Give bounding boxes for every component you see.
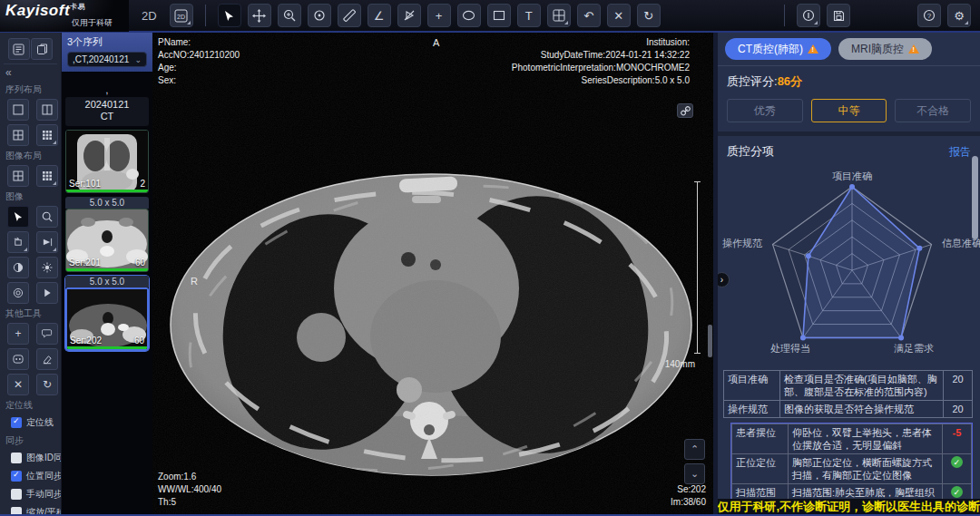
series-dropdown-value: ,CT,20240121 xyxy=(73,54,129,64)
table-row: 操作规范 图像的获取是否符合操作规范 20 xyxy=(724,401,973,418)
probe-tool-button[interactable] xyxy=(308,4,331,27)
delete-annotation-button[interactable]: ✕ xyxy=(607,4,631,27)
image-flip-button[interactable] xyxy=(36,231,58,253)
tools-reset-button[interactable]: ↻ xyxy=(36,374,58,395)
sync-image-id-checkbox[interactable] xyxy=(11,453,22,463)
qc-subsection-title: 质控分项 xyxy=(727,143,774,160)
cursor-icon xyxy=(223,10,235,22)
crosshair-tool-button[interactable]: + xyxy=(427,4,451,27)
help-button[interactable]: ? xyxy=(917,4,941,27)
image-play-button[interactable] xyxy=(36,282,58,304)
info-button[interactable] xyxy=(797,4,820,27)
image-rotate-button[interactable] xyxy=(7,231,29,253)
next-image-button[interactable]: ⌄ xyxy=(684,463,705,484)
series-count-label: 3个序列 xyxy=(67,35,147,49)
series-panel: 3个序列 ,CT,20240121 ⌄ , 20240121 CT xyxy=(62,33,152,514)
panel-expand-button[interactable]: › xyxy=(714,272,730,287)
section-label-image: 图像 xyxy=(4,188,57,205)
rectangle-tool-button[interactable] xyxy=(487,4,511,27)
brightness-icon xyxy=(42,262,53,273)
magnifier-icon xyxy=(42,211,53,222)
tab-mri-brain-qc[interactable]: MRI脑质控 xyxy=(838,38,932,60)
qc-grade-buttons: 优秀 中等 不合格 xyxy=(718,93,980,131)
mode-label: 2D xyxy=(142,9,157,23)
angle-tool-button[interactable]: ∠ xyxy=(368,4,391,27)
tools-eraser-button[interactable] xyxy=(36,348,58,370)
sync-zoom-pan-checkbox[interactable] xyxy=(11,507,22,514)
series-panel-header: 3个序列 ,CT,20240121 ⌄ xyxy=(62,33,152,72)
settings-button[interactable]: ⚙ xyxy=(947,4,971,27)
layout-2d-button[interactable]: 2D xyxy=(170,4,193,27)
series-thumbnail-101[interactable]: Ser:101 2 xyxy=(65,130,149,193)
toolbar-separator xyxy=(784,5,785,26)
series-layout-2x2-button[interactable] xyxy=(7,124,29,146)
image-cursor-button[interactable] xyxy=(7,206,29,228)
series-thumbnail-201[interactable]: 5.0 x 5.0 Ser:201 6 xyxy=(65,197,149,272)
sync-checkbox-label: 手动同步 xyxy=(26,488,62,501)
series-layout-1x2-button[interactable] xyxy=(36,99,58,121)
roam-icon xyxy=(13,354,24,365)
tab-ct-lung-qc[interactable]: CT质控(肺部) xyxy=(725,38,831,60)
series-thumb-count: 2 xyxy=(140,179,145,189)
reset-button[interactable]: ↻ xyxy=(637,4,661,27)
report-link[interactable]: 报告 xyxy=(949,144,971,160)
image-viewport[interactable]: PName: AccNO:2401210200 Age: Sex: Instit… xyxy=(152,33,713,514)
locator-checkbox-row[interactable]: 定位线 xyxy=(4,414,57,432)
sync-checkbox-row[interactable]: 手动同步 xyxy=(4,485,57,503)
sync-checkbox-label: 图像ID同步 xyxy=(26,452,62,464)
sync-checkbox-label: 位置同步 xyxy=(26,470,62,482)
sync-position-checkbox[interactable] xyxy=(11,471,22,482)
sync-checkbox-row[interactable]: 图像ID同步 xyxy=(4,449,57,467)
ellipse-tool-button[interactable] xyxy=(457,4,481,27)
qc-tabs: CT质控(肺部) MRI脑质控 xyxy=(718,33,980,66)
sidebar-collapse-button[interactable]: « xyxy=(4,64,57,81)
qc-panel-scrollbar[interactable] xyxy=(972,156,978,239)
sync-manual-checkbox[interactable] xyxy=(11,489,22,500)
series-group-modality: CT xyxy=(65,111,149,122)
series-link-button[interactable] xyxy=(677,103,693,118)
text-tool-button[interactable]: T xyxy=(517,4,541,27)
series-dropdown[interactable]: ,CT,20240121 ⌄ xyxy=(67,52,147,67)
image-target-button[interactable] xyxy=(7,282,29,304)
image-layout-2x2-button[interactable] xyxy=(7,165,29,187)
image-magnifier-button[interactable] xyxy=(36,206,58,228)
series-thumbnail-202[interactable]: 5.0 x 5.0 Ser:202 60 xyxy=(65,276,149,351)
sync-checkbox-row[interactable]: 位置同步 xyxy=(4,467,57,485)
sync-checkbox-row[interactable]: 缩放/平移 xyxy=(4,503,57,514)
locator-checkbox[interactable] xyxy=(11,417,22,428)
header-right-toolbar: ? ⚙ xyxy=(779,4,971,27)
grade-excellent-button[interactable]: 优秀 xyxy=(727,99,803,122)
series-thumb-ser-label: Ser:201 xyxy=(69,258,101,268)
viewport-scrollbar[interactable] xyxy=(708,325,712,357)
image-window-button[interactable] xyxy=(36,257,58,278)
tools-comment-button[interactable] xyxy=(36,323,58,345)
image-layout-3x3-button[interactable] xyxy=(36,165,58,187)
qc-radar-chart: 项目准确信息准确满足需求处理得当操作规范 xyxy=(718,161,980,368)
series-thumb-count: 60 xyxy=(135,258,145,268)
grade-fail-button[interactable]: 不合格 xyxy=(895,99,971,122)
previous-image-button[interactable]: ⌃ xyxy=(684,439,705,460)
layout-1x2-icon xyxy=(42,104,53,115)
tools-plus-button[interactable]: + xyxy=(7,323,29,345)
pan-tool-button[interactable] xyxy=(248,4,271,27)
undo-button[interactable]: ↶ xyxy=(577,4,601,27)
zoom-tool-button[interactable] xyxy=(278,4,301,27)
image-layout-button[interactable] xyxy=(547,4,571,27)
cursor-tool-button[interactable] xyxy=(218,4,241,27)
measure-tool-button[interactable] xyxy=(338,4,361,27)
report-panel-button[interactable] xyxy=(31,38,53,60)
save-button[interactable] xyxy=(827,4,850,27)
cobb-angle-tool-button[interactable] xyxy=(397,4,421,27)
tab-label: MRI脑质控 xyxy=(851,42,904,57)
series-layout-3x3-button[interactable] xyxy=(36,124,58,146)
image-invert-button[interactable] xyxy=(7,257,29,278)
series-layout-1x1-button[interactable] xyxy=(7,99,29,121)
qc-panel: › CT质控(肺部) MRI脑质控 质控评分:86分 优秀 中等 不合格 xyxy=(713,33,980,514)
tools-roam-button[interactable] xyxy=(7,348,29,370)
tools-delete-button[interactable]: ✕ xyxy=(7,374,29,395)
series-thumb-count: 60 xyxy=(134,336,144,346)
series-thumb-ser-label: Ser:101 xyxy=(69,179,101,189)
series-list-button[interactable] xyxy=(8,38,30,60)
grade-medium-button[interactable]: 中等 xyxy=(811,99,887,122)
layout-1x1-icon xyxy=(13,104,24,115)
